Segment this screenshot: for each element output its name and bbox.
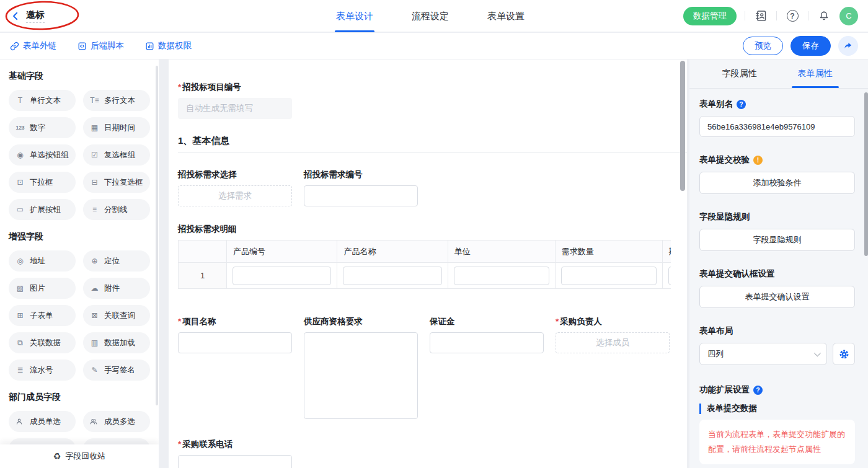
save-button[interactable]: 保存 xyxy=(790,36,831,56)
share-button[interactable] xyxy=(838,36,858,56)
serial-number-icon: ≣ xyxy=(15,366,25,374)
form-layout-label: 表单布局 xyxy=(699,325,855,337)
help-icon[interactable]: ? xyxy=(785,9,800,24)
top-bar: 邀标 表单设计 流程设定 表单设置 数据管理 ? xyxy=(0,0,868,32)
sidebar-item-multi-text[interactable]: T≡多行文本 xyxy=(83,90,150,111)
cell-input-product-code[interactable] xyxy=(232,267,331,285)
tab-flow-setting[interactable]: 流程设定 xyxy=(412,0,449,32)
deposit-input[interactable] xyxy=(430,332,544,353)
panel-scrollbar[interactable] xyxy=(864,92,868,256)
project-name-label: * 项目名称 xyxy=(178,316,292,327)
back-icon[interactable] xyxy=(10,11,21,22)
sidebar-item-image[interactable]: ▨图片 xyxy=(9,278,76,299)
data-permission-item[interactable]: 数据权限 xyxy=(145,40,192,51)
project-name-input[interactable] xyxy=(178,332,292,353)
table-header-row: 产品编号 产品名称 单位 需求数量 期望到货时间 xyxy=(179,241,671,263)
sidebar-item-linked-data[interactable]: ⧉关联数据 xyxy=(9,332,76,353)
supplier-req-label: 供应商资格要求 xyxy=(304,316,418,327)
sidebar-item-subform[interactable]: ⊞子表单 xyxy=(9,305,76,326)
sidebar-scrollbar[interactable] xyxy=(156,66,158,405)
share-arrow-icon xyxy=(843,41,853,51)
phone-label: * 采购联系电话 xyxy=(178,439,687,450)
sidebar-item-extend-button[interactable]: ▭扩展按钮 xyxy=(9,199,76,220)
visibility-rule-button[interactable]: 字段显隐规则 xyxy=(699,229,855,251)
column-header: 产品编号 xyxy=(227,241,337,263)
tab-form-properties[interactable]: 表单属性 xyxy=(798,60,833,88)
serial-field-label: * 招投标项目编号 xyxy=(178,82,687,93)
form-alias-label: 表单别名 ? xyxy=(699,99,855,110)
chevron-down-icon xyxy=(814,350,821,356)
address-book-icon[interactable] xyxy=(753,9,768,24)
main-tabs: 表单设计 流程设定 表单设置 xyxy=(336,0,525,32)
sidebar-item-select[interactable]: ⊡下拉框 xyxy=(9,172,76,193)
submit-confirm-button[interactable]: 表单提交确认设置 xyxy=(699,286,855,308)
sidebar-item-address[interactable]: ◎地址 xyxy=(9,250,76,272)
tab-form-setting[interactable]: 表单设置 xyxy=(487,0,525,32)
extend-button-icon: ▭ xyxy=(15,206,25,213)
backend-script-item[interactable]: 后端脚本 xyxy=(78,40,124,51)
canvas-scrollbar[interactable] xyxy=(680,61,685,191)
cell-input-product-name[interactable] xyxy=(343,267,441,285)
sidebar-item-number[interactable]: 123数字 xyxy=(9,117,76,138)
cell-input-quantity[interactable] xyxy=(561,267,657,285)
cell-input-expect-date[interactable] xyxy=(668,267,671,285)
toolbar-actions: 预览 保存 xyxy=(743,36,858,56)
sidebar-item-signature[interactable]: ✎手写签名 xyxy=(83,360,150,381)
phone-input[interactable] xyxy=(178,455,292,468)
sidebar-item-data-load[interactable]: ▥数据加载 xyxy=(83,332,150,353)
preview-button[interactable]: 预览 xyxy=(743,37,783,55)
demand-no-label: 招投标需求编号 xyxy=(304,169,418,180)
demand-no-input[interactable] xyxy=(304,185,418,206)
supplier-req-textarea[interactable] xyxy=(304,332,418,419)
tab-field-properties[interactable]: 字段属性 xyxy=(722,60,757,88)
sidebar-item-location[interactable]: ⊕定位 xyxy=(83,250,150,272)
sidebar-item-member-single[interactable]: 成员单选 xyxy=(9,411,76,432)
sidebar-item-radio-group[interactable]: ◉单选按钮组 xyxy=(9,144,76,166)
column-header: 单位 xyxy=(448,241,555,263)
data-manage-button[interactable]: 数据管理 xyxy=(683,7,737,25)
divider xyxy=(745,11,745,20)
index-column-header xyxy=(179,241,227,263)
form-alias-input[interactable]: 56be16a336981e4eb9576109 xyxy=(699,116,855,137)
sidebar-item-divider[interactable]: ≡分割线 xyxy=(83,199,150,220)
demand-no-field: 招投标需求编号 xyxy=(304,169,418,206)
person-icon xyxy=(15,417,25,426)
divider xyxy=(776,11,777,20)
sidebar-item-serial-number[interactable]: ≣流水号 xyxy=(9,360,76,381)
cell-input-unit[interactable] xyxy=(454,267,549,285)
sidebar-item-multi-select[interactable]: ⊟下拉复选框 xyxy=(83,172,150,193)
bar-chart-square-icon xyxy=(145,42,154,51)
panel-divider xyxy=(689,88,868,89)
property-tabs: 字段属性 表单属性 xyxy=(699,60,855,88)
code-square-icon xyxy=(78,42,87,51)
help-badge-icon[interactable]: ? xyxy=(753,386,763,395)
column-header: 期望到货时间 xyxy=(662,241,671,263)
sidebar-item-linked-query[interactable]: ⊠关联查询 xyxy=(83,305,150,326)
supplier-req-field: 供应商资格要求 xyxy=(304,316,418,419)
bell-icon[interactable] xyxy=(817,9,831,24)
purchaser-picker[interactable]: 选择成员 xyxy=(556,332,670,353)
sidebar-item-single-text[interactable]: T单行文本 xyxy=(9,90,76,111)
user-avatar[interactable]: C xyxy=(839,7,858,25)
sidebar-item-checkbox-group[interactable]: ☑复选框组 xyxy=(83,144,150,166)
toolbar-links: 表单外链 后端脚本 数据权限 xyxy=(10,40,192,51)
layout-select[interactable]: 四列 xyxy=(699,343,827,365)
number-icon: 123 xyxy=(15,125,25,131)
single-text-icon: T xyxy=(15,97,25,104)
add-validate-rule-button[interactable]: 添加校验条件 xyxy=(699,172,855,194)
multi-text-icon: T≡ xyxy=(89,97,100,104)
warning-badge-icon[interactable]: ! xyxy=(753,156,763,165)
back-area[interactable]: 邀标 xyxy=(10,9,45,23)
external-link-item[interactable]: 表单外链 xyxy=(10,40,56,51)
tab-form-design[interactable]: 表单设计 xyxy=(336,0,373,32)
sidebar-item-member-multi[interactable]: 成员多选 xyxy=(83,411,150,432)
sidebar-item-attachment[interactable]: ☁附件 xyxy=(83,278,150,299)
layout-settings-button[interactable] xyxy=(833,343,855,365)
demand-select-picker[interactable]: 选择需求 xyxy=(178,185,292,206)
form-toolbar: 表单外链 后端脚本 数据权限 预览 保存 xyxy=(0,33,868,59)
help-badge-icon[interactable]: ? xyxy=(737,100,746,109)
field-recycle-bin[interactable]: ♻ 字段回收站 xyxy=(0,444,159,468)
sidebar-item-datetime[interactable]: ▦日期时间 xyxy=(83,117,150,138)
row-index: 1 xyxy=(179,263,227,289)
serial-field-input[interactable]: 自动生成无需填写 xyxy=(178,98,292,119)
